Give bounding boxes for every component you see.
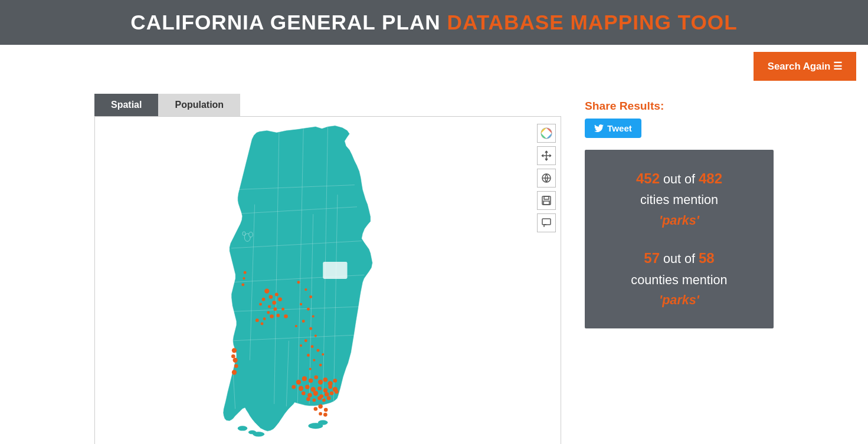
page-title: CALIFORNIA GENERAL PLAN DATABASE MAPPING… (0, 11, 868, 34)
tab-bar: Spatial Population (94, 94, 561, 116)
cities-out-of-text: out of (663, 172, 699, 186)
tweet-button[interactable]: Tweet (585, 119, 641, 138)
svg-point-55 (319, 364, 322, 367)
svg-point-39 (304, 288, 307, 291)
svg-point-31 (270, 314, 274, 318)
svg-point-94 (318, 420, 328, 425)
svg-point-35 (284, 314, 288, 318)
search-again-button[interactable]: Search Again ☰ (754, 52, 856, 81)
svg-point-44 (302, 320, 305, 323)
svg-point-83 (322, 399, 326, 402)
svg-point-56 (309, 368, 312, 370)
title-orange: DATABASE MAPPING TOOL (447, 11, 738, 34)
tab-population[interactable]: Population (158, 94, 240, 116)
svg-point-59 (309, 379, 313, 383)
svg-point-84 (327, 396, 331, 400)
main-content: Spatial Population (0, 88, 868, 444)
comment-icon[interactable] (537, 213, 556, 232)
stats-box: 452 out of 482 cities mention 'parks' 57… (585, 150, 774, 328)
svg-point-104 (232, 358, 237, 363)
svg-point-57 (296, 380, 301, 384)
svg-point-62 (323, 377, 327, 381)
svg-point-103 (231, 354, 235, 359)
svg-point-58 (302, 376, 307, 381)
svg-point-45 (295, 325, 297, 327)
svg-point-85 (314, 407, 318, 411)
svg-point-46 (309, 327, 312, 330)
map-toolbar (537, 124, 556, 232)
move-icon[interactable] (537, 146, 556, 165)
svg-point-25 (268, 305, 271, 308)
svg-point-37 (256, 318, 259, 322)
svg-rect-95 (323, 262, 347, 279)
svg-point-27 (259, 302, 262, 305)
svg-point-87 (324, 408, 328, 412)
svg-point-77 (325, 392, 329, 396)
svg-point-50 (311, 345, 314, 348)
svg-point-40 (309, 295, 312, 298)
california-map (95, 117, 561, 444)
svg-point-101 (241, 283, 244, 286)
svg-point-69 (317, 386, 322, 390)
cities-total: 482 (699, 170, 722, 186)
svg-point-22 (269, 295, 273, 299)
map-container[interactable] (94, 116, 561, 444)
cities-stats: 452 out of 482 cities mention 'parks' (599, 167, 759, 231)
svg-point-23 (262, 298, 266, 301)
svg-point-33 (276, 314, 280, 317)
svg-point-71 (328, 385, 332, 389)
svg-point-60 (314, 375, 318, 379)
svg-point-53 (307, 354, 310, 357)
svg-point-79 (335, 390, 339, 394)
svg-point-34 (281, 308, 284, 311)
map-area: Spatial Population (94, 94, 561, 444)
counties-total: 58 (699, 250, 715, 266)
save-icon[interactable] (537, 191, 556, 210)
svg-point-52 (322, 353, 324, 356)
counties-keyword: 'parks' (659, 292, 699, 307)
svg-point-30 (267, 311, 270, 314)
svg-point-54 (313, 359, 315, 361)
svg-point-100 (243, 277, 245, 279)
svg-point-49 (300, 344, 302, 347)
svg-point-81 (312, 399, 316, 402)
top-bar: Search Again ☰ (0, 45, 868, 88)
svg-point-86 (318, 404, 322, 409)
twitter-icon (594, 124, 604, 133)
svg-point-99 (244, 271, 247, 274)
svg-point-1 (545, 131, 548, 135)
svg-point-61 (318, 380, 323, 384)
svg-point-47 (315, 335, 317, 337)
counties-count: 57 (644, 250, 660, 266)
svg-point-88 (319, 412, 322, 416)
compass-icon[interactable] (537, 124, 556, 143)
share-results-label: Share Results: (585, 100, 774, 113)
title-white: CALIFORNIA GENERAL PLAN (130, 11, 447, 34)
svg-point-42 (307, 308, 310, 311)
svg-rect-6 (542, 219, 551, 225)
svg-point-32 (263, 317, 266, 320)
counties-out-of-text: out of (663, 251, 699, 266)
svg-point-82 (317, 396, 322, 400)
svg-point-43 (312, 315, 315, 317)
svg-point-28 (278, 297, 282, 301)
svg-point-65 (291, 385, 296, 389)
svg-rect-5 (543, 201, 549, 205)
svg-point-51 (317, 349, 320, 352)
svg-point-29 (273, 307, 277, 311)
tab-spatial[interactable]: Spatial (94, 94, 158, 116)
svg-point-92 (253, 432, 264, 436)
svg-point-36 (261, 322, 264, 325)
counties-stats: 57 out of 58 counties mention 'parks' (599, 247, 759, 310)
right-panel: Share Results: Tweet 452 out of 482 citi… (585, 94, 774, 444)
svg-point-75 (313, 391, 318, 396)
svg-point-64 (333, 379, 338, 383)
svg-point-48 (304, 339, 307, 342)
svg-point-89 (323, 413, 327, 417)
svg-point-98 (243, 232, 245, 236)
svg-point-67 (305, 385, 309, 389)
svg-point-74 (307, 393, 312, 397)
link-icon[interactable] (537, 169, 556, 188)
svg-point-38 (297, 281, 300, 284)
svg-point-105 (234, 364, 238, 368)
